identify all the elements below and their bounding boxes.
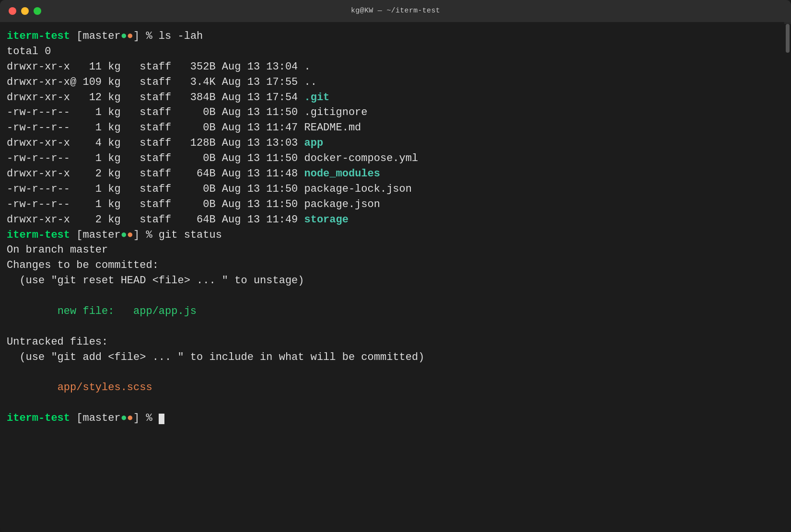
- terminal-cursor[interactable]: [159, 414, 164, 424]
- ls-row-node: drwxr-xr-x 2 kg staff 64B Aug 13 11:48 n…: [7, 166, 781, 182]
- prompt-line-2: iterm-test [master●●] % git status: [7, 228, 781, 243]
- ls-row-git: drwxr-xr-x 12 kg staff 384B Aug 13 17:54…: [7, 90, 781, 105]
- prompt-line-1: iterm-test [master●●] % ls -lah: [7, 29, 781, 44]
- window-title: kg@KW — ~/iterm-test: [351, 6, 440, 16]
- blank-3: [7, 365, 781, 381]
- blank-4: [7, 395, 781, 411]
- maximize-button[interactable]: [34, 7, 41, 15]
- git-staged-file: new file: app/app.js: [7, 304, 781, 319]
- blank-1: [7, 289, 781, 304]
- ls-row-dot: drwxr-xr-x 11 kg staff 352B Aug 13 13:04…: [7, 59, 781, 75]
- terminal-window[interactable]: kg@KW — ~/iterm-test iterm-test [master●…: [0, 0, 791, 532]
- terminal-body[interactable]: iterm-test [master●●] % ls -lah total 0 …: [0, 22, 791, 532]
- git-branch: On branch master: [7, 243, 781, 258]
- ls-row-storage: drwxr-xr-x 2 kg staff 64B Aug 13 11:49 s…: [7, 212, 781, 228]
- git-untracked-hint: (use "git add <file> ... " to include in…: [7, 350, 781, 365]
- ls-row-docker: -rw-r--r-- 1 kg staff 0B Aug 13 11:50 do…: [7, 151, 781, 166]
- ls-row-readme: -rw-r--r-- 1 kg staff 0B Aug 13 11:47 RE…: [7, 120, 781, 136]
- git-changes-hint: (use "git reset HEAD <file> ... " to uns…: [7, 273, 781, 289]
- git-untracked-file: app/styles.scss: [7, 380, 781, 395]
- output-total: total 0: [7, 44, 781, 59]
- git-untracked-header: Untracked files:: [7, 335, 781, 350]
- close-button[interactable]: [9, 7, 16, 15]
- ls-row-app: drwxr-xr-x 4 kg staff 128B Aug 13 13:03 …: [7, 136, 781, 151]
- traffic-lights: [9, 7, 41, 15]
- minimize-button[interactable]: [21, 7, 29, 15]
- titlebar: kg@KW — ~/iterm-test: [0, 0, 791, 22]
- ls-row-dotdot: drwxr-xr-x@ 109 kg staff 3.4K Aug 13 17:…: [7, 75, 781, 90]
- git-changes-header: Changes to be committed:: [7, 258, 781, 273]
- ls-row-gitignore: -rw-r--r-- 1 kg staff 0B Aug 13 11:50 .g…: [7, 105, 781, 120]
- prompt-line-3: iterm-test [master●●] %: [7, 411, 781, 426]
- blank-2: [7, 319, 781, 335]
- ls-row-pkg: -rw-r--r-- 1 kg staff 0B Aug 13 11:50 pa…: [7, 197, 781, 212]
- ls-row-pkg-lock: -rw-r--r-- 1 kg staff 0B Aug 13 11:50 pa…: [7, 182, 781, 197]
